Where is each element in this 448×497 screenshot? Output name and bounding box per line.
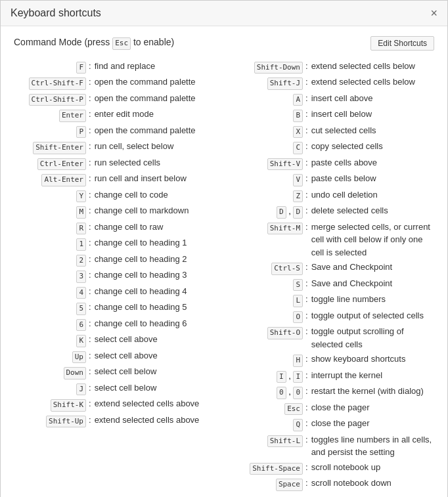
modal-body: Command Mode (press Esc to enable) Edit … xyxy=(1,26,447,497)
shortcut-desc: select cell above xyxy=(95,333,217,346)
shortcut-colon: : xyxy=(305,433,308,446)
shortcut-desc: scroll notebook up xyxy=(311,461,434,474)
shortcut-colon: : xyxy=(89,333,91,346)
shortcut-colon: : xyxy=(89,60,91,73)
shortcut-key: M xyxy=(14,204,86,219)
shortcut-desc: insert cell below xyxy=(311,108,434,121)
shortcut-desc: change cell to code xyxy=(95,188,217,202)
shortcut-item: I , I : interrupt the kernel xyxy=(231,368,434,384)
shortcut-key: Ctrl-Shift-F xyxy=(14,76,86,90)
key-badge: K xyxy=(76,335,86,347)
shortcut-colon: : xyxy=(89,204,91,217)
key-badge: Ctrl-S xyxy=(271,263,303,275)
shortcut-item: Shift-Enter : run cell, select below xyxy=(14,139,217,156)
shortcut-colon: : xyxy=(305,369,308,382)
shortcut-desc: select cell below xyxy=(95,365,217,378)
section-header: Command Mode (press Esc to enable) Edit … xyxy=(14,36,434,51)
key-badge: I xyxy=(293,371,303,383)
key-badge: 0 xyxy=(293,387,303,399)
shortcut-item: M : change cell to markdown xyxy=(14,204,217,220)
key-badge: J xyxy=(76,383,86,396)
shortcut-colon: : xyxy=(89,140,91,153)
shortcut-item: X : cut selected cells xyxy=(231,123,434,139)
shortcut-colon: : xyxy=(305,204,308,217)
edit-shortcuts-button[interactable]: Edit Shortcuts xyxy=(370,36,434,51)
shortcut-key: K xyxy=(14,333,86,347)
shortcut-desc: toggle output scrolling of selected cell… xyxy=(311,325,434,351)
shortcut-colon: : xyxy=(89,269,91,282)
key-badge: 1 xyxy=(76,238,86,251)
shortcut-key: Space xyxy=(231,477,303,491)
shortcut-colon: : xyxy=(305,140,308,153)
shortcut-key: Ctrl-Enter xyxy=(14,156,86,171)
shortcut-key: X xyxy=(231,124,303,139)
shortcut-key: A xyxy=(231,92,303,106)
shortcut-key: Z xyxy=(231,188,303,203)
shortcut-item: S : Save and Checkpoint xyxy=(231,276,434,292)
shortcut-key: 4 xyxy=(14,285,86,299)
shortcut-desc: close the pager xyxy=(311,417,434,430)
key-badge: Y xyxy=(76,190,86,203)
shortcut-desc: run selected cells xyxy=(95,156,217,169)
shortcut-key: 2 xyxy=(14,253,86,267)
shortcut-desc: paste cells below xyxy=(311,172,434,185)
shortcut-item: Ctrl-Enter : run selected cells xyxy=(14,155,217,171)
shortcut-colon: : xyxy=(89,397,91,410)
shortcut-desc: extend selected cells below xyxy=(311,76,434,89)
shortcut-desc: change cell to heading 2 xyxy=(95,253,217,266)
shortcut-item: Shift-Space : scroll notebook up xyxy=(231,460,434,476)
shortcut-desc: toggle line numbers xyxy=(311,293,434,306)
shortcut-colon: : xyxy=(305,76,308,89)
key-badge: Shift-K xyxy=(51,399,86,412)
shortcut-colon: : xyxy=(305,156,308,169)
shortcut-item: Shift-M : merge selected cells, or curre… xyxy=(231,219,434,260)
shortcut-desc: change cell to heading 5 xyxy=(95,301,217,314)
shortcut-desc: open the command palette xyxy=(95,92,217,105)
key-badge: Shift-Enter xyxy=(33,142,86,154)
shortcut-desc: Save and Checkpoint xyxy=(311,261,434,274)
shortcut-item: Ctrl-Shift-P : open the command palette xyxy=(14,91,217,107)
shortcut-item: D , D : delete selected cells xyxy=(231,204,434,220)
shortcut-colon: : xyxy=(89,253,91,266)
shortcut-colon: : xyxy=(89,92,91,105)
shortcut-item: Y : change cell to code xyxy=(14,187,217,204)
shortcut-colon: : xyxy=(305,124,308,137)
shortcut-key: Up xyxy=(14,349,86,364)
shortcut-desc: delete selected cells xyxy=(311,204,434,217)
close-button[interactable]: × xyxy=(430,7,437,19)
keyboard-shortcuts-modal: Keyboard shortcuts × Command Mode (press… xyxy=(0,0,448,497)
shortcut-colon: : xyxy=(305,325,308,338)
shortcut-key: R xyxy=(14,221,86,235)
shortcut-key: Shift-V xyxy=(231,156,303,171)
key-badge: 4 xyxy=(76,287,86,299)
shortcut-desc: undo cell deletion xyxy=(311,188,434,202)
shortcut-colon: : xyxy=(305,60,308,73)
shortcut-key: Shift-O xyxy=(231,325,303,339)
shortcut-colon: : xyxy=(89,285,91,298)
shortcut-colon: : xyxy=(305,477,308,490)
key-badge: H xyxy=(293,355,303,367)
shortcut-desc: insert cell above xyxy=(311,92,434,105)
key-badge: Up xyxy=(72,351,86,364)
shortcut-key: S xyxy=(231,277,303,292)
key-badge: Q xyxy=(293,419,303,431)
shortcut-colon: : xyxy=(305,461,308,474)
left-column: F : find and replace Ctrl-Shift-F : open… xyxy=(14,58,217,492)
shortcut-item: Down : select cell below xyxy=(14,364,217,381)
modal-title: Keyboard shortcuts xyxy=(11,7,101,19)
key-badge: 6 xyxy=(76,319,86,332)
shortcut-colon: : xyxy=(89,76,91,89)
shortcut-item: J : select cell below xyxy=(14,380,217,397)
shortcut-item: Shift-Up : extend selected cells above xyxy=(14,412,217,429)
shortcut-desc: merge selected cells, or current cell wi… xyxy=(311,221,434,259)
shortcut-key: Shift-Enter xyxy=(14,140,86,154)
shortcut-item: 0 , 0 : restart the kernel (with dialog) xyxy=(231,384,434,400)
shortcut-desc: change cell to heading 3 xyxy=(95,269,217,282)
shortcut-colon: : xyxy=(89,188,91,202)
key-badge: Shift-V xyxy=(267,158,303,171)
shortcut-desc: toggles line numbers in all cells, and p… xyxy=(311,433,434,459)
shortcut-item: 6 : change cell to heading 6 xyxy=(14,316,217,332)
shortcut-desc: interrupt the kernel xyxy=(311,369,434,382)
key-badge: Ctrl-Enter xyxy=(37,158,86,171)
shortcut-key: Enter xyxy=(14,108,86,122)
